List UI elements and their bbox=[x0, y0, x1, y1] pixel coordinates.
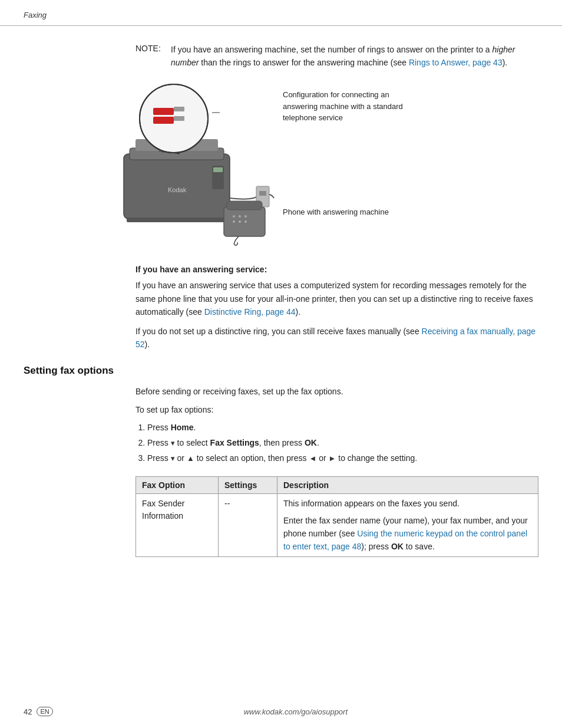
page-container: Faxing NOTE: If you have an answering ma… bbox=[0, 0, 562, 728]
table-row: Fax Sender Information -- This informati… bbox=[136, 493, 538, 557]
svg-point-18 bbox=[233, 215, 235, 218]
description-text-1: This information appears on the faxes yo… bbox=[283, 498, 532, 510]
printer-illustration: Kodak bbox=[77, 83, 277, 248]
fax-options-table: Fax Option Settings Description Fax Send… bbox=[135, 476, 538, 558]
numeric-keypad-link[interactable]: Using the numeric keypad on the control … bbox=[283, 529, 527, 551]
header-text: Faxing bbox=[24, 11, 47, 19]
svg-point-23 bbox=[244, 220, 247, 223]
steps-list: Press Home. Press ▾ to select Fax Settin… bbox=[147, 421, 538, 465]
table-header-row: Fax Option Settings Description bbox=[136, 476, 538, 493]
answering-service-section: If you have an answering service: If you… bbox=[135, 265, 538, 351]
svg-rect-9 bbox=[153, 117, 174, 124]
svg-text:Kodak: Kodak bbox=[168, 186, 187, 193]
svg-rect-17 bbox=[227, 201, 262, 210]
page-number: 42 bbox=[24, 707, 32, 716]
col-header-description: Description bbox=[277, 476, 538, 493]
svg-rect-8 bbox=[153, 108, 174, 115]
answering-service-title: If you have an answering service: bbox=[135, 265, 538, 274]
fax-settings-bold: Fax Settings bbox=[210, 438, 259, 447]
answering-service-para2: If you do not set up a distinctive ring,… bbox=[135, 325, 538, 351]
main-content: NOTE: If you have an answering machine, … bbox=[0, 26, 562, 575]
rings-to-answer-link[interactable]: Rings to Answer, page 43 bbox=[409, 58, 503, 67]
col-header-settings: Settings bbox=[219, 476, 277, 493]
setting-fax-options-heading: Setting fax options bbox=[24, 365, 538, 377]
description-cell: This information appears on the faxes yo… bbox=[277, 493, 538, 557]
arrow-right-icon: ► bbox=[328, 452, 336, 465]
svg-point-21 bbox=[233, 220, 235, 223]
step-1: Press Home. bbox=[147, 421, 538, 435]
arrow-down-2-icon: ▾ bbox=[171, 452, 175, 465]
arrow-left-icon: ◄ bbox=[309, 452, 316, 465]
distinctive-ring-link[interactable]: Distinctive Ring, page 44 bbox=[204, 307, 296, 317]
svg-rect-3 bbox=[127, 218, 227, 222]
col-header-fax-option: Fax Option bbox=[136, 476, 219, 493]
svg-rect-10 bbox=[174, 107, 184, 111]
note-label: NOTE: bbox=[135, 44, 171, 69]
note-text: If you have an answering machine, set th… bbox=[171, 44, 538, 69]
svg-point-19 bbox=[239, 215, 241, 218]
description-text-2: Enter the fax sender name (your name), y… bbox=[283, 515, 532, 553]
diagram-section: Kodak bbox=[77, 83, 538, 248]
diagram-label-bottom: Phone with answering machine bbox=[283, 206, 401, 218]
svg-rect-11 bbox=[174, 116, 184, 121]
intro-text-2: To set up fax options: bbox=[135, 403, 538, 416]
diagram-labels: Configuration for connecting an answerin… bbox=[277, 83, 412, 218]
svg-rect-6 bbox=[213, 167, 223, 172]
page-footer: 42 EN www.kodak.com/go/aiosupport bbox=[0, 707, 562, 716]
svg-point-22 bbox=[239, 220, 241, 223]
arrow-up-icon: ▲ bbox=[187, 452, 194, 465]
en-badge: EN bbox=[37, 707, 52, 716]
step-2: Press ▾ to select Fax Settings, then pre… bbox=[147, 436, 538, 450]
arrow-down-icon: ▾ bbox=[171, 437, 175, 450]
step-3: Press ▾ or ▲ to select an option, then p… bbox=[147, 452, 538, 466]
note-block: NOTE: If you have an answering machine, … bbox=[135, 44, 538, 69]
page-header: Faxing bbox=[0, 0, 562, 26]
ok-bold-2: OK bbox=[391, 542, 404, 551]
svg-rect-15 bbox=[259, 191, 266, 196]
svg-point-20 bbox=[244, 215, 247, 218]
answering-service-para1: If you have an answering service that us… bbox=[135, 279, 538, 318]
intro-text-1: Before sending or receiving faxes, set u… bbox=[135, 385, 538, 398]
ok-bold-1: OK bbox=[305, 438, 317, 447]
footer-url: www.kodak.com/go/aiosupport bbox=[53, 707, 538, 716]
fax-option-cell: Fax Sender Information bbox=[136, 493, 219, 557]
receiving-fax-manually-link[interactable]: Receiving a fax manually, page 52 bbox=[135, 327, 535, 349]
home-bold: Home bbox=[171, 423, 194, 432]
diagram-image: Kodak bbox=[77, 83, 277, 248]
diagram-label-top: Configuration for connecting an answerin… bbox=[283, 89, 412, 124]
settings-cell: -- bbox=[219, 493, 277, 557]
